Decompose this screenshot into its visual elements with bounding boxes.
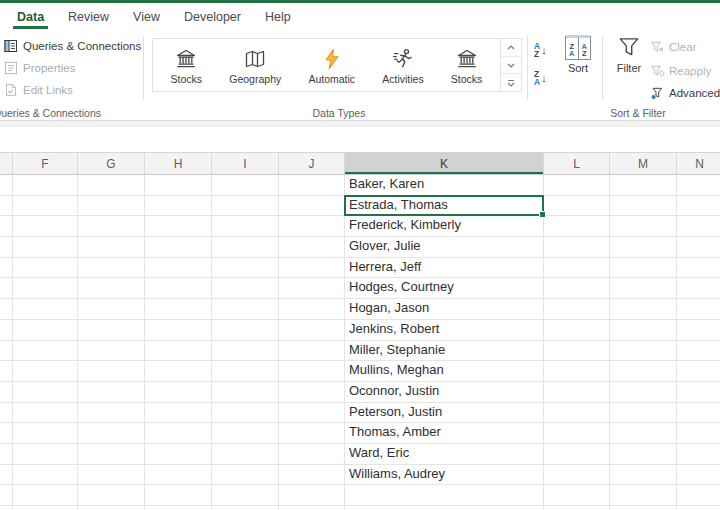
cell[interactable] <box>610 278 677 299</box>
cell[interactable] <box>0 506 13 510</box>
cell[interactable] <box>212 196 279 217</box>
cell[interactable] <box>610 423 677 444</box>
cell[interactable] <box>279 361 345 382</box>
tab-review[interactable]: Review <box>56 3 121 30</box>
cell-name[interactable]: Mullins, Meghan <box>345 361 544 382</box>
cell[interactable] <box>544 258 610 279</box>
cell-name[interactable]: Jenkins, Robert <box>345 320 544 341</box>
cell[interactable] <box>78 465 145 486</box>
cell[interactable] <box>78 361 145 382</box>
cell[interactable] <box>212 320 279 341</box>
cell[interactable] <box>544 237 610 258</box>
cell[interactable] <box>145 320 212 341</box>
cell[interactable] <box>212 278 279 299</box>
cell[interactable] <box>677 196 720 217</box>
column-header-m[interactable]: M <box>610 153 677 174</box>
cell[interactable] <box>13 175 78 196</box>
cell[interactable] <box>279 237 345 258</box>
cell[interactable] <box>145 196 212 217</box>
cell[interactable] <box>13 299 78 320</box>
reapply-filter-button[interactable]: Reapply <box>649 62 711 79</box>
sort-button[interactable]: ZA AZ Sort <box>556 34 600 92</box>
cell[interactable] <box>13 423 78 444</box>
cell[interactable] <box>610 258 677 279</box>
cell[interactable] <box>677 423 720 444</box>
cell[interactable] <box>13 382 78 403</box>
cell[interactable] <box>610 196 677 217</box>
cell-name[interactable]: Miller, Stephanie <box>345 341 544 362</box>
data-type-activities[interactable]: Activities <box>382 46 423 85</box>
cell[interactable] <box>212 341 279 362</box>
cell[interactable] <box>78 382 145 403</box>
cell[interactable] <box>212 423 279 444</box>
cell[interactable] <box>544 403 610 424</box>
gallery-scroll-down-button[interactable] <box>501 57 521 75</box>
cell[interactable] <box>677 465 720 486</box>
cell[interactable] <box>677 320 720 341</box>
column-header-k[interactable]: K <box>345 153 544 174</box>
cell-name[interactable]: Oconnor, Justin <box>345 382 544 403</box>
cell[interactable] <box>544 299 610 320</box>
clear-filter-button[interactable]: Clear <box>649 38 696 55</box>
cell[interactable] <box>610 361 677 382</box>
cell[interactable] <box>145 506 212 510</box>
cell[interactable] <box>145 485 212 506</box>
cell[interactable] <box>13 485 78 506</box>
column-header-g[interactable]: G <box>78 153 145 174</box>
cell[interactable] <box>345 506 544 510</box>
cell[interactable] <box>610 485 677 506</box>
cell[interactable] <box>212 175 279 196</box>
cell[interactable] <box>145 341 212 362</box>
cell[interactable] <box>610 506 677 510</box>
properties-button[interactable]: Properties <box>4 60 75 76</box>
cell[interactable] <box>13 444 78 465</box>
cell[interactable] <box>13 258 78 279</box>
cell-name[interactable]: Ward, Eric <box>345 444 544 465</box>
cell[interactable] <box>145 444 212 465</box>
cell-name[interactable]: Hogan, Jason <box>345 299 544 320</box>
cell[interactable] <box>78 403 145 424</box>
cell[interactable] <box>78 237 145 258</box>
cell[interactable] <box>544 361 610 382</box>
cell[interactable] <box>279 258 345 279</box>
cell[interactable] <box>677 299 720 320</box>
cell[interactable] <box>544 382 610 403</box>
gallery-scroll-up-button[interactable] <box>501 39 521 57</box>
cell[interactable] <box>13 361 78 382</box>
cell-name[interactable]: Herrera, Jeff <box>345 258 544 279</box>
cell[interactable] <box>13 320 78 341</box>
cell[interactable] <box>544 216 610 237</box>
cell[interactable] <box>0 175 13 196</box>
cell[interactable] <box>78 196 145 217</box>
cell-name[interactable]: Glover, Julie <box>345 237 544 258</box>
cell[interactable] <box>145 465 212 486</box>
advanced-filter-button[interactable]: Advanced <box>649 84 720 101</box>
cell[interactable] <box>610 341 677 362</box>
cell[interactable] <box>0 361 13 382</box>
cell[interactable] <box>0 382 13 403</box>
edit-links-button[interactable]: Edit Links <box>4 82 73 98</box>
tab-data[interactable]: Data <box>5 3 56 30</box>
cell[interactable] <box>544 506 610 510</box>
cell[interactable] <box>13 196 78 217</box>
cell[interactable] <box>279 320 345 341</box>
cell[interactable] <box>610 382 677 403</box>
data-type-stocks[interactable]: Stocks <box>171 46 203 85</box>
cell[interactable] <box>78 506 145 510</box>
cell[interactable] <box>279 175 345 196</box>
cell-name[interactable]: Thomas, Amber <box>345 423 544 444</box>
cell[interactable] <box>212 216 279 237</box>
cell[interactable] <box>0 278 13 299</box>
cell[interactable] <box>13 506 78 510</box>
cell[interactable] <box>677 175 720 196</box>
cell[interactable] <box>279 485 345 506</box>
cell[interactable] <box>78 299 145 320</box>
cell[interactable] <box>78 216 145 237</box>
cell[interactable] <box>145 382 212 403</box>
cell[interactable] <box>0 258 13 279</box>
cell[interactable] <box>0 403 13 424</box>
tab-view[interactable]: View <box>121 3 172 30</box>
cell[interactable] <box>677 361 720 382</box>
cell[interactable] <box>279 403 345 424</box>
cell[interactable] <box>610 444 677 465</box>
